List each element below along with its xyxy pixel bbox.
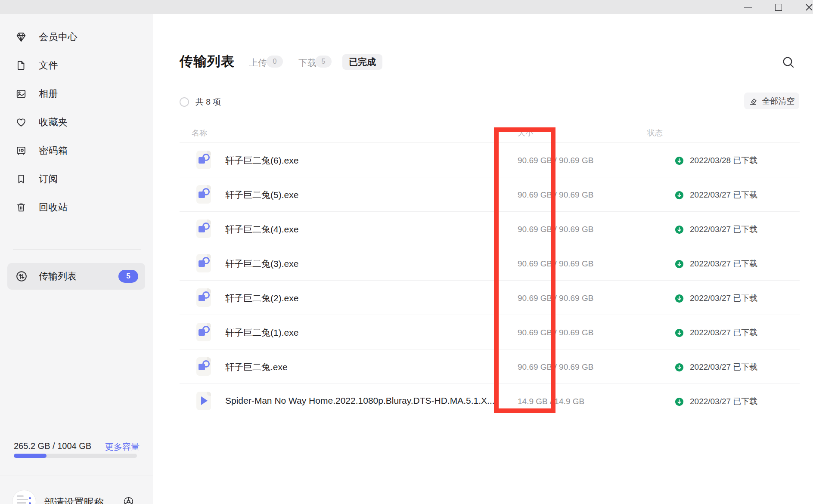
trash-icon [16,202,27,213]
status-text: 2022/03/28 已下载 [690,155,757,166]
minimize-button[interactable] [738,0,758,14]
sidebar-item-bookmark[interactable]: 订阅 [0,165,153,193]
file-name: 轩子巨二兔(1).exe [225,327,298,339]
file-icon [16,60,27,71]
maximize-button[interactable] [769,0,788,14]
table-row[interactable]: 轩子巨二兔(3).exe 90.69 GB / 90.69 GB 2022/03… [180,246,800,281]
download-complete-icon [675,363,684,372]
transfer-list: 轩子巨二兔(6).exe 90.69 GB / 90.69 GB 2022/03… [180,143,800,418]
column-header-name: 名称 [192,128,207,138]
table-row[interactable]: 轩子巨二兔.exe 90.69 GB / 90.69 GB 2022/03/27… [180,349,800,384]
transfer-icon [16,270,28,282]
file-size: 90.69 GB / 90.69 GB [518,259,690,269]
main-panel: 传输列表 上传 0 下载 5 已完成 共 8 项 全部清空 名称 大小 状态 轩… [153,14,813,504]
table-row[interactable]: 轩子巨二兔(4).exe 90.69 GB / 90.69 GB 2022/03… [180,212,800,246]
album-icon [16,88,27,99]
sidebar-item-transfer-list[interactable]: 传输列表 5 [7,263,145,290]
search-button[interactable] [782,56,795,69]
tab-upload-badge[interactable]: 0 [267,56,283,68]
file-size: 90.69 GB / 90.69 GB [518,362,690,372]
exe-file-icon [196,151,211,169]
clear-all-label: 全部清空 [762,96,795,107]
file-status: 2022/03/28 已下载 [675,155,757,166]
item-count-label: 共 8 项 [195,96,221,108]
sidebar-item-gem[interactable]: 会员中心 [0,23,153,51]
table-row[interactable]: 轩子巨二兔(5).exe 90.69 GB / 90.69 GB 2022/03… [180,177,800,212]
selection-row: 共 8 项 [180,97,221,107]
search-icon [782,56,795,69]
close-icon [805,3,813,11]
sidebar-item-label: 订阅 [39,173,58,186]
status-text: 2022/03/27 已下载 [690,224,757,235]
set-nickname-link[interactable]: 部请设置昵称 [44,496,104,504]
status-text: 2022/03/27 已下载 [690,396,757,407]
tab-download-badge[interactable]: 5 [315,56,332,68]
more-capacity-link[interactable]: 更多容量 [105,441,140,453]
select-all-checkbox[interactable] [180,97,189,107]
exe-file-icon [196,220,211,238]
status-text: 2022/03/27 已下载 [690,189,757,201]
storage-usage: 265.2 GB / 1004 GB [14,441,91,451]
table-row[interactable]: Spider-Man No Way Home.2022.1080p.Bluray… [180,384,800,418]
sidebar-item-heart[interactable]: 收藏夹 [0,108,153,136]
file-name: 轩子巨二兔(3).exe [225,258,298,270]
minimize-icon [744,7,752,8]
tab-completed[interactable]: 已完成 [342,54,382,70]
sidebar-item-label: 会员中心 [39,31,78,43]
file-status: 2022/03/27 已下载 [675,362,757,373]
file-status: 2022/03/27 已下载 [675,258,757,269]
status-text: 2022/03/27 已下载 [690,258,757,269]
file-status: 2022/03/27 已下载 [675,189,757,201]
file-size: 90.69 GB / 90.69 GB [518,190,690,200]
window-titlebar [0,0,813,14]
storage-progress-bar [14,454,137,458]
status-text: 2022/03/27 已下载 [690,293,757,304]
transfer-count-badge: 5 [118,270,138,283]
close-button[interactable] [799,0,813,14]
column-header-status: 状态 [647,128,663,138]
exe-file-icon [196,288,211,307]
sidebar-item-label: 相册 [39,87,58,100]
sidebar-item-label: 传输列表 [39,270,77,283]
table-row[interactable]: 轩子巨二兔(1).exe 90.69 GB / 90.69 GB 2022/03… [180,315,800,349]
file-name: 轩子巨二兔(5).exe [225,189,298,201]
file-name: 轩子巨二兔.exe [225,361,288,373]
download-complete-icon [675,260,684,269]
sidebar-bottom-divider [0,476,153,476]
sidebar-item-file[interactable]: 文件 [0,51,153,80]
video-file-icon [196,392,211,410]
status-text: 2022/03/27 已下载 [690,362,757,373]
gem-icon [16,31,27,43]
download-complete-icon [675,191,684,200]
sidebar-item-trash[interactable]: 回收站 [0,193,153,222]
file-status: 2022/03/27 已下载 [675,293,757,304]
exe-file-icon [196,185,211,204]
avatar[interactable] [12,490,36,504]
sidebar-item-album[interactable]: 相册 [0,80,153,108]
table-row[interactable]: 轩子巨二兔(6).exe 90.69 GB / 90.69 GB 2022/03… [180,143,800,177]
table-row[interactable]: 轩子巨二兔(2).exe 90.69 GB / 90.69 GB 2022/03… [180,281,800,315]
file-size: 90.69 GB / 90.69 GB [518,225,690,234]
download-complete-icon [675,397,684,406]
tab-upload[interactable]: 上传 [249,57,267,69]
file-size: 90.69 GB / 90.69 GB [518,328,690,337]
sidebar-item-safe[interactable]: 密码箱 [0,136,153,165]
storage-progress-fill [14,454,47,458]
sidebar-item-label: 回收站 [39,201,68,214]
status-text: 2022/03/27 已下载 [690,327,757,338]
safe-icon [16,145,27,156]
file-name: 轩子巨二兔(6).exe [225,155,298,167]
download-complete-icon [675,294,684,303]
settings-gear-icon[interactable] [123,496,134,504]
download-complete-icon [675,225,684,234]
exe-file-icon [196,323,211,341]
eraser-icon [749,96,758,106]
tab-download[interactable]: 下载 [298,57,317,69]
clear-all-button[interactable]: 全部清空 [744,93,799,109]
file-name: 轩子巨二兔(2).exe [225,292,298,304]
heart-icon [16,117,27,128]
sidebar-item-label: 文件 [39,59,58,72]
file-size: 14.9 GB / 14.9 GB [518,397,690,406]
sidebar-item-label: 收藏夹 [39,116,68,129]
download-complete-icon [675,156,684,165]
